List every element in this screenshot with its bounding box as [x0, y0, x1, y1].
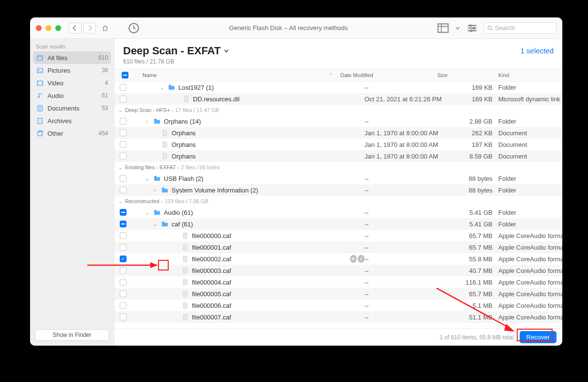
row-checkbox[interactable]: [120, 153, 127, 159]
table-row[interactable]: file000000.caf -- 65.7 MB Apple CoreAudi…: [114, 230, 562, 241]
table-row[interactable]: DD.resources.dll Oct 21, 2021 at 6:21:26…: [114, 93, 562, 105]
file-name: Orphans (14): [164, 118, 201, 125]
chevron-down-icon[interactable]: [455, 23, 461, 33]
home-button[interactable]: [98, 23, 112, 33]
file-kind: Apple CoreAudio forma: [495, 279, 562, 286]
file-list[interactable]: ⌄ Lost1927 (1) -- 169 KB Folder DD.resou…: [114, 81, 562, 328]
allfiles-icon: [36, 54, 44, 62]
close-icon[interactable]: [36, 25, 42, 31]
sidebar-item-label: Audio: [48, 92, 98, 99]
row-checkbox[interactable]: [120, 175, 127, 182]
file-name: Orphans: [172, 129, 196, 137]
file-date: --: [365, 187, 461, 194]
row-checkbox[interactable]: [120, 244, 127, 251]
column-kind[interactable]: Kind: [495, 72, 562, 78]
forward-button[interactable]: [83, 23, 96, 33]
group-header[interactable]: ⌄ Existing files - EXFAT - 2 files / 88 …: [114, 162, 562, 173]
sidebar-item-pictures[interactable]: Pictures 38: [30, 64, 114, 77]
table-row[interactable]: Orphans Jan 1, 1970 at 8:00:00 AM 197 KB…: [114, 139, 562, 150]
table-row[interactable]: file000003.caf -- 40.7 MB Apple CoreAudi…: [114, 265, 562, 276]
file-date: --: [365, 232, 461, 239]
table-row[interactable]: file000005.caf -- 65.7 MB Apple CoreAudi…: [114, 288, 562, 300]
disclosure-icon[interactable]: ⌄: [159, 85, 165, 90]
sidebar-item-archives[interactable]: Archives: [30, 114, 114, 127]
file-date: --: [365, 279, 461, 286]
row-checkbox[interactable]: [120, 232, 127, 239]
file-icon: [181, 232, 189, 239]
file-name: file000007.caf: [192, 314, 231, 321]
refresh-icon[interactable]: [127, 23, 141, 33]
column-name[interactable]: Name: [134, 72, 329, 78]
sidebar-item-all-files[interactable]: All files 610: [33, 51, 111, 64]
disclosure-icon[interactable]: ›: [152, 188, 158, 193]
row-checkbox[interactable]: [120, 221, 127, 227]
table-row[interactable]: Orphans Jan 1, 1970 at 8:00:00 AM 8.59 G…: [114, 150, 562, 162]
minimize-icon[interactable]: [46, 25, 51, 31]
sort-indicator-icon[interactable]: ⌃: [329, 72, 340, 79]
disclosure-icon[interactable]: ⌄: [144, 210, 150, 215]
search-input[interactable]: Search: [484, 22, 556, 34]
row-checkbox[interactable]: [120, 290, 127, 297]
table-row[interactable]: Orphans Jan 1, 1970 at 8:00:00 AM 262 KB…: [114, 127, 562, 139]
table-row[interactable]: file000001.caf -- 65.7 MB Apple CoreAudi…: [114, 241, 562, 253]
file-kind: Apple CoreAudio forma: [495, 255, 562, 263]
tag-icon[interactable]: #: [358, 255, 365, 263]
table-row[interactable]: ⌄ Audio (61) -- 5.41 GB Folder: [114, 207, 562, 218]
recover-button[interactable]: Recover: [520, 331, 556, 343]
filter-icon[interactable]: [465, 23, 479, 33]
file-kind: Apple CoreAudio forma: [495, 290, 562, 298]
sidebar-item-other[interactable]: Other 454: [30, 127, 114, 140]
chevron-down-icon: [223, 48, 229, 54]
sidebar-item-audio[interactable]: Audio 61: [30, 89, 114, 102]
page-title[interactable]: Deep Scan - EXFAT: [123, 45, 521, 57]
row-checkbox[interactable]: [120, 255, 127, 262]
back-button[interactable]: [69, 23, 81, 33]
table-row[interactable]: › System Volume Information (2) -- 88 by…: [114, 184, 562, 196]
row-checkbox[interactable]: [120, 129, 127, 136]
row-checkbox[interactable]: [120, 141, 127, 148]
disclosure-icon[interactable]: ⌄: [144, 176, 150, 181]
column-headers: Name ⌃ Date Modified Size Kind: [114, 69, 562, 81]
row-checkbox[interactable]: [120, 118, 127, 125]
sidebar-item-documents[interactable]: Documents 53: [30, 102, 114, 114]
table-row[interactable]: ⌄ Lost1927 (1) -- 169 KB Folder: [114, 81, 562, 93]
table-row[interactable]: file000006.caf -- 5.1 MB Apple CoreAudio…: [114, 300, 562, 311]
zoom-icon[interactable]: [55, 25, 61, 31]
table-row[interactable]: ⌄ USB Flash (2) -- 88 bytes Folder: [114, 173, 562, 184]
file-size: 262 KB: [461, 129, 495, 137]
row-checkbox[interactable]: [120, 314, 127, 320]
column-size[interactable]: Size: [437, 72, 461, 78]
row-checkbox[interactable]: [120, 302, 127, 309]
row-checkbox[interactable]: [120, 279, 127, 286]
file-size: 55.8 MB: [461, 255, 495, 263]
group-header[interactable]: ⌄ Deep Scan - HFS+ - 17 files / 11.47 GB: [114, 105, 562, 115]
svg-rect-29: [154, 176, 157, 177]
sidebar-item-video[interactable]: Video 4: [30, 77, 114, 89]
table-row[interactable]: file000004.caf -- 116.1 MB Apple CoreAud…: [114, 276, 562, 288]
table-row[interactable]: ⌄ caf (61) -- 5.41 GB Folder: [114, 218, 562, 230]
table-row[interactable]: › Orphans (14) -- 2.88 GB Folder: [114, 115, 562, 127]
row-checkbox[interactable]: [120, 84, 127, 91]
file-date: Jan 1, 1970 at 8:00:00 AM: [365, 129, 461, 137]
disclosure-icon[interactable]: ⌄: [152, 222, 158, 227]
row-checkbox[interactable]: [120, 267, 127, 274]
selection-count[interactable]: 1 selected: [521, 45, 554, 55]
group-header[interactable]: ⌄ Reconstructed - 133 files / 7.06 GB: [114, 196, 562, 207]
select-all-checkbox[interactable]: [122, 72, 128, 79]
folder-icon: [168, 83, 175, 91]
row-checkbox[interactable]: [120, 187, 127, 193]
file-icon: [181, 255, 189, 263]
column-date[interactable]: Date Modified: [340, 72, 437, 78]
show-in-finder-button[interactable]: Show in Finder: [35, 329, 109, 341]
preview-icon[interactable]: 👁: [350, 255, 357, 263]
sidebar-item-label: Archives: [48, 117, 104, 125]
svg-point-10: [488, 26, 492, 29]
table-row[interactable]: file000007.caf -- 51.1 MB Apple CoreAudi…: [114, 311, 562, 323]
folder-icon: [161, 186, 169, 194]
row-checkbox[interactable]: [120, 96, 127, 102]
file-date: Oct 21, 2021 at 6:21:26 PM: [365, 96, 461, 103]
row-checkbox[interactable]: [120, 209, 127, 216]
disclosure-icon[interactable]: ›: [144, 119, 150, 124]
view-options-button[interactable]: [436, 23, 450, 33]
table-row[interactable]: file000002.caf 👁# -- 55.8 MB Apple CoreA…: [114, 253, 562, 265]
